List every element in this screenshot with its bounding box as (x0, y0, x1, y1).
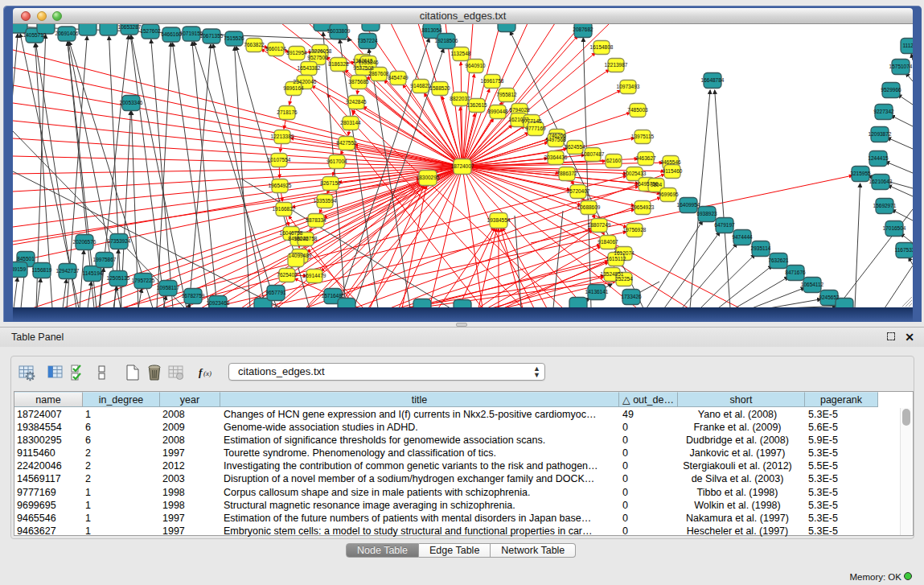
svg-text:14055712: 14055712 (23, 32, 47, 38)
svg-text:18807249: 18807249 (588, 222, 611, 228)
svg-text:7515526: 7515526 (224, 35, 244, 41)
svg-text:9804: 9804 (651, 182, 663, 187)
svg-text:9245652: 9245652 (819, 295, 840, 300)
svg-text:2935114: 2935114 (751, 245, 771, 251)
svg-text:3875685: 3875685 (348, 79, 369, 84)
svg-text:17353924: 17353924 (108, 238, 131, 244)
svg-text:9777145: 9777145 (521, 118, 542, 124)
svg-text:7625402: 7625402 (277, 272, 298, 278)
svg-text:2718176: 2718176 (277, 109, 298, 115)
svg-text:8822037: 8822037 (450, 96, 470, 101)
svg-text:6479197: 6479197 (714, 222, 735, 228)
svg-text:1156819: 1156819 (32, 267, 52, 273)
svg-text:252254: 252254 (615, 276, 633, 282)
svg-text:845501: 845501 (17, 256, 35, 262)
svg-text:18300295: 18300295 (417, 175, 440, 180)
svg-text:6938923: 6938923 (696, 211, 717, 216)
svg-text:10025433: 10025433 (623, 171, 647, 176)
svg-text:8186328: 8186328 (328, 61, 349, 67)
svg-text:9474444: 9474444 (732, 234, 753, 240)
svg-text:16033809: 16033809 (327, 28, 351, 34)
svg-text:15720407: 15720407 (567, 188, 590, 194)
svg-text:9463627: 9463627 (635, 155, 656, 161)
svg-text:7955812: 7955812 (496, 92, 517, 97)
svg-text:19384554: 19384554 (487, 217, 511, 223)
svg-text:9527500: 9527500 (307, 55, 328, 60)
svg-text:9115460: 9115460 (663, 168, 683, 174)
svg-text:7632621: 7632621 (768, 257, 789, 263)
svg-text:14136141: 14136141 (585, 289, 609, 295)
svg-text:1733426: 1733426 (621, 294, 642, 299)
svg-text:16210643: 16210643 (869, 179, 893, 184)
svg-text:8267150: 8267150 (320, 180, 341, 186)
svg-text:15751074: 15751074 (889, 64, 913, 69)
svg-text:10654112: 10654112 (801, 282, 824, 287)
svg-text:1132548: 1132548 (451, 51, 471, 56)
svg-text:9465546: 9465546 (660, 159, 681, 165)
svg-text:12942737: 12942737 (56, 268, 80, 274)
svg-text:10688609: 10688609 (577, 204, 601, 210)
svg-text:16782759: 16782759 (182, 293, 205, 299)
svg-text:20053346: 20053346 (120, 100, 143, 105)
svg-text:16154808: 16154808 (590, 44, 614, 50)
svg-text:12213987: 12213987 (605, 62, 628, 68)
svg-text:16046758: 16046758 (280, 230, 303, 236)
svg-text:39159: 39159 (13, 266, 26, 272)
svg-text:9896164: 9896164 (283, 85, 304, 91)
svg-text:18724007: 18724007 (451, 163, 474, 169)
svg-text:20364436: 20364436 (544, 154, 568, 160)
svg-text:10958117: 10958117 (157, 285, 180, 290)
svg-text:9699695: 9699695 (658, 192, 679, 197)
svg-text:10107554: 10107554 (268, 157, 291, 163)
svg-text:8878334: 8878334 (306, 217, 326, 223)
svg-text:1167533: 1167533 (895, 247, 913, 253)
svg-text:1588520: 1588520 (429, 85, 450, 91)
svg-text:9227342: 9227342 (873, 109, 894, 114)
svg-text:3215955: 3215955 (850, 171, 871, 176)
svg-text:9242845: 9242845 (346, 99, 367, 105)
svg-text:2087682: 2087682 (573, 27, 593, 32)
svg-text:7357224: 7357224 (357, 38, 378, 43)
svg-text:20691406: 20691406 (55, 31, 79, 36)
svg-text:2867608: 2867608 (368, 71, 389, 76)
svg-text:13226058: 13226058 (309, 48, 332, 54)
svg-text:23420046: 23420046 (294, 79, 317, 84)
svg-text:1527602: 1527602 (140, 28, 161, 34)
svg-text:62160: 62160 (606, 158, 621, 163)
svg-text:9777169: 9777169 (525, 126, 546, 131)
svg-text:2803144: 2803144 (340, 120, 361, 126)
svg-text:1244415: 1244415 (868, 155, 889, 161)
svg-text:7485003: 7485003 (627, 107, 648, 113)
svg-text:17957225: 17957225 (132, 278, 155, 283)
svg-text:10923468: 10923468 (207, 300, 230, 306)
svg-text:7663822: 7663822 (244, 42, 265, 47)
svg-text:16409954: 16409954 (677, 202, 700, 208)
svg-text:7886372: 7886372 (556, 171, 577, 176)
svg-text:13353594: 13353594 (314, 198, 337, 204)
svg-text:8454749: 8454749 (388, 75, 409, 80)
svg-text:20206576: 20206576 (73, 239, 97, 245)
svg-text:10973493: 10973493 (617, 84, 640, 89)
svg-text:16648784: 16648784 (701, 77, 725, 83)
svg-text:19166827: 19166827 (273, 206, 296, 212)
svg-text:8990448: 8990448 (487, 109, 508, 114)
svg-text:1362615: 1362615 (466, 102, 487, 108)
svg-text:8471676: 8471676 (785, 270, 806, 275)
svg-text:9617004: 9617004 (326, 159, 347, 164)
svg-text:16961758: 16961758 (481, 78, 504, 84)
svg-text:15692971: 15692971 (873, 203, 897, 208)
svg-text:19218506: 19218506 (435, 38, 458, 43)
svg-text:9640910: 9640910 (465, 63, 486, 68)
svg-text:1145194: 1145194 (83, 270, 103, 276)
svg-text:1615112: 1615112 (606, 256, 626, 262)
svg-text:12213389: 12213389 (271, 134, 294, 139)
svg-text:11125: 11125 (902, 43, 913, 48)
svg-text:1612074: 1612074 (614, 250, 634, 256)
svg-text:8660124: 8660124 (265, 46, 286, 51)
svg-text:19975867: 19975867 (93, 257, 117, 262)
svg-text:7955846: 7955846 (358, 60, 379, 65)
svg-text:10671355: 10671355 (200, 33, 224, 39)
svg-text:9184067: 9184067 (598, 239, 618, 245)
svg-text:13975115: 13975115 (631, 134, 655, 139)
svg-text:14099489: 14099489 (289, 253, 312, 258)
